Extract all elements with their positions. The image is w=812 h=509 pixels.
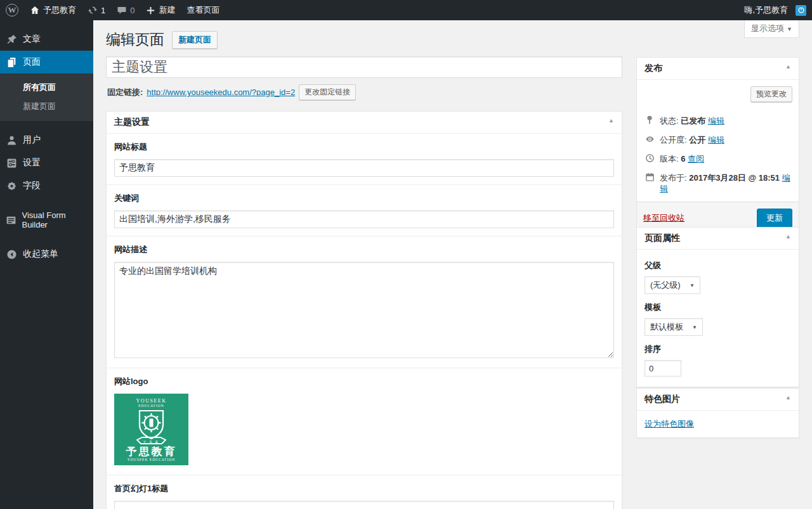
- sidebar-item-visual-form-builder[interactable]: Visual Form Builder: [0, 205, 93, 235]
- clock-icon: [645, 153, 655, 163]
- keywords-input[interactable]: [114, 210, 614, 228]
- theme-settings-metabox: 主题设置 ▲ 网站标题 关键词 网站描述 专业的出国留学培训机构 网站logo …: [106, 111, 622, 509]
- pin-icon: [645, 115, 655, 124]
- pages-submenu: 所有页面 新建页面: [0, 74, 93, 121]
- screen-options-label: 显示选项: [751, 23, 784, 33]
- status-value: 已发布: [681, 116, 705, 126]
- menu-order-input[interactable]: [645, 360, 681, 377]
- visibility-label: 公开度:: [660, 135, 687, 145]
- post-title-input[interactable]: [106, 56, 622, 78]
- sidebar-item-pages[interactable]: 页面: [0, 51, 93, 74]
- collapse-toggle-icon[interactable]: ▲: [785, 394, 791, 401]
- edit-visibility-link[interactable]: 编辑: [708, 135, 724, 145]
- preview-changes-button[interactable]: 预览更改: [750, 86, 792, 102]
- add-new-page-button[interactable]: 新建页面: [172, 31, 218, 49]
- sidebar-item-label: 用户: [23, 134, 41, 146]
- move-to-trash-link[interactable]: 移至回收站: [643, 212, 684, 224]
- wp-logo-menu[interactable]: W: [0, 0, 24, 20]
- visibility-value: 公开: [689, 135, 705, 145]
- sidebar-item-label: 字段: [23, 180, 41, 191]
- page-title: 编辑页面: [106, 30, 164, 49]
- published-label: 发布于:: [660, 173, 687, 183]
- permalink-url-link[interactable]: http://www.youseekedu.com/?page_id=2: [147, 87, 295, 97]
- publish-header[interactable]: 发布 ▲: [637, 58, 799, 80]
- field-slide1-title: 首页幻灯1标题: [107, 475, 622, 509]
- pages-icon: [5, 57, 18, 68]
- permalink-label: 固定链接:: [107, 87, 143, 98]
- field-label: 网站logo: [114, 376, 614, 387]
- published-value: 2017年3月28日 @ 18:51: [689, 173, 780, 183]
- update-icon: [88, 5, 98, 15]
- publish-metabox: 发布 ▲ 预览更改 状态: 已发布 编辑: [636, 57, 799, 235]
- sidebar-item-collapse-menu[interactable]: 收起菜单: [0, 243, 93, 266]
- sidebar-item-add-page[interactable]: 新建页面: [0, 97, 93, 116]
- howdy-label: 嗨,予思教育: [744, 4, 788, 16]
- calendar-icon: [645, 172, 655, 182]
- revisions-value: 6: [681, 154, 685, 164]
- page-attributes-header[interactable]: 页面属性 ▲: [637, 228, 799, 250]
- status-label: 状态:: [660, 116, 679, 126]
- sidebar-item-fields[interactable]: 字段: [0, 174, 93, 197]
- site-description-textarea[interactable]: 专业的出国留学培训机构: [114, 262, 614, 358]
- collapse-toggle-icon[interactable]: ▲: [608, 117, 614, 124]
- status-row: 状态: 已发布 编辑: [645, 115, 791, 126]
- field-site-description: 网站描述 专业的出国留学培训机构: [107, 236, 622, 368]
- sidebar-item-posts[interactable]: 文章: [0, 28, 93, 51]
- sidebar-item-settings[interactable]: 设置: [0, 151, 93, 174]
- published-on-row: 发布于: 2017年3月28日 @ 18:51 编辑: [645, 172, 791, 194]
- comment-count: 0: [130, 6, 134, 15]
- svg-text:予思教育: 予思教育: [126, 445, 177, 458]
- new-label: 新建: [159, 4, 175, 16]
- set-featured-image-link[interactable]: 设为特色图像: [645, 419, 694, 428]
- screen-options-tab[interactable]: 显示选项▼: [744, 20, 799, 38]
- field-label: 网站标题: [114, 141, 614, 153]
- browse-revisions-link[interactable]: 查阅: [688, 154, 704, 164]
- comments-menu[interactable]: 0: [111, 0, 140, 20]
- collapse-toggle-icon[interactable]: ▲: [785, 233, 791, 240]
- collapse-toggle-icon[interactable]: ▲: [785, 63, 791, 70]
- field-site-logo: 网站logo YOUSEEK EDUCATION: [107, 368, 622, 475]
- sidebar-item-label: 收起菜单: [23, 248, 58, 260]
- slide1-title-input[interactable]: [114, 501, 614, 509]
- sidebar-item-users[interactable]: 用户: [0, 129, 93, 151]
- revisions-label: 版本:: [660, 154, 679, 164]
- page-attributes-metabox: 页面属性 ▲ 父级 (无父级) ▼ 模板 默认模板 ▼ 排序: [636, 227, 799, 387]
- user-icon: [5, 135, 18, 146]
- featured-image-header[interactable]: 特色图片 ▲: [637, 389, 799, 411]
- pushpin-icon: [5, 34, 18, 45]
- template-select[interactable]: 默认模板 ▼: [645, 318, 703, 336]
- updates-menu[interactable]: 1: [82, 0, 111, 20]
- metabox-title: 主题设置: [114, 117, 150, 127]
- sidebar-item-label: Visual Form Builder: [22, 210, 88, 229]
- collapse-arrow-icon: [5, 249, 18, 260]
- change-permalink-button[interactable]: 更改固定链接: [299, 84, 356, 100]
- view-page-menu[interactable]: 查看页面: [181, 0, 225, 20]
- plus-icon: [146, 6, 155, 15]
- metabox-header[interactable]: 主题设置 ▲: [107, 112, 622, 134]
- update-button[interactable]: 更新: [757, 209, 792, 228]
- parent-select[interactable]: (无父级) ▼: [645, 276, 700, 294]
- new-content-menu[interactable]: 新建: [140, 0, 181, 20]
- comment-icon: [117, 5, 127, 15]
- field-keywords: 关键词: [107, 185, 622, 236]
- sidebar-item-all-pages[interactable]: 所有页面: [0, 78, 93, 97]
- settings-icon: [5, 158, 18, 169]
- sidebar-item-label: 设置: [23, 157, 41, 169]
- svg-text:EDUCATION: EDUCATION: [138, 404, 164, 408]
- site-logo-image[interactable]: YOUSEEK EDUCATION Y S E 予思教: [114, 394, 614, 467]
- visibility-row: 公开度: 公开 编辑: [645, 134, 791, 145]
- edit-status-link[interactable]: 编辑: [708, 116, 724, 126]
- content-area: 显示选项▼ 编辑页面 新建页面 固定链接: http://www.youseek…: [93, 20, 812, 509]
- page-attributes-title: 页面属性: [645, 233, 680, 243]
- update-count: 1: [101, 6, 105, 15]
- site-title-input[interactable]: [114, 159, 614, 177]
- field-label: 关键词: [114, 193, 614, 204]
- chevron-down-icon: ▼: [692, 325, 697, 330]
- svg-text:Y S E: Y S E: [143, 440, 159, 444]
- template-label: 模板: [645, 302, 791, 313]
- publish-title: 发布: [645, 63, 662, 73]
- sidebar-item-label: 页面: [23, 56, 41, 68]
- home-icon: [30, 5, 40, 15]
- my-account-menu[interactable]: 嗨,予思教育: [738, 0, 812, 20]
- site-name-menu[interactable]: 予思教育: [24, 0, 82, 20]
